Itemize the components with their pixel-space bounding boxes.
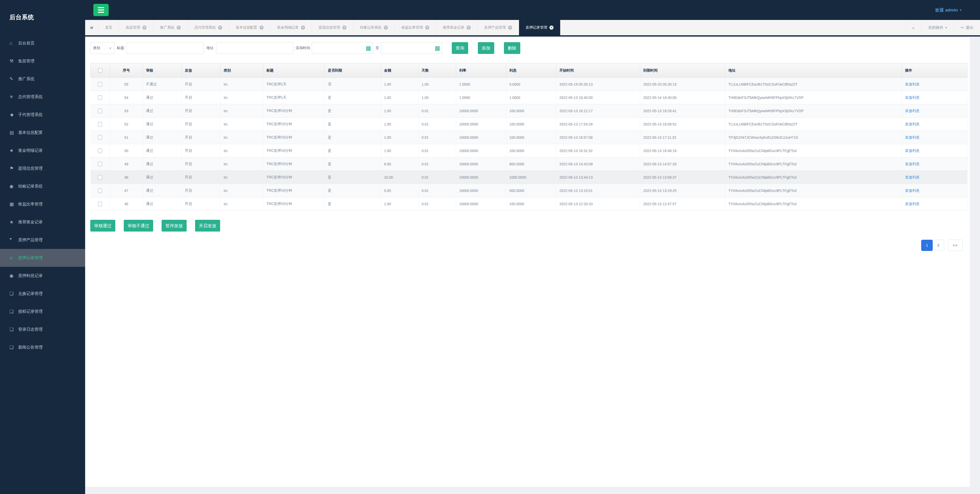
- tabs-scroll-left-button[interactable]: «: [85, 20, 99, 35]
- sidebar-item-12[interactable]: ∪质押记录管理: [0, 249, 85, 267]
- sidebar-item-17[interactable]: ❏新闻公告管理: [0, 338, 85, 356]
- grant-interest-link[interactable]: 发放利息: [905, 162, 920, 166]
- next-page-button[interactable]: >>: [948, 240, 963, 251]
- header-cell: 利率: [456, 64, 506, 78]
- title-filter-input[interactable]: [127, 42, 204, 54]
- row-checkbox[interactable]: [98, 202, 102, 206]
- cell: 46: [110, 197, 143, 211]
- row-checkbox[interactable]: [98, 175, 102, 179]
- sidebar-item-10[interactable]: ★推荐奖金记录: [0, 213, 85, 231]
- user-menu[interactable]: 欢迎 admin ▾: [935, 0, 962, 20]
- tab-10[interactable]: 质押产品管理✕: [477, 20, 519, 35]
- sidebar-item-13[interactable]: ◉质押利息记录: [0, 267, 85, 285]
- page-button-1[interactable]: 1: [921, 240, 933, 251]
- grant-interest-link[interactable]: 发放利息: [905, 122, 920, 126]
- add-button[interactable]: 添加: [478, 42, 494, 54]
- calendar-icon[interactable]: ▦: [434, 45, 440, 51]
- row-checkbox[interactable]: [98, 95, 102, 100]
- tab-9[interactable]: 推荐奖金记录✕: [436, 20, 477, 35]
- grant-interest-link[interactable]: 发放利息: [905, 135, 920, 139]
- row-checkbox[interactable]: [98, 109, 102, 113]
- logout-button[interactable]: ↪ 退出: [953, 20, 980, 35]
- sidebar-item-label: 子代管理系统: [18, 112, 43, 118]
- calendar-icon[interactable]: ▦: [366, 45, 371, 51]
- cell: TRC质押15分钟: [263, 118, 325, 131]
- sidebar-item-3[interactable]: ✳总代管理系统: [0, 88, 85, 106]
- grant-interest-link[interactable]: 发放利息: [905, 188, 920, 192]
- sidebar-item-4[interactable]: ☻子代管理系统: [0, 106, 85, 124]
- grant-interest-link[interactable]: 发放利息: [905, 148, 920, 152]
- tab-1[interactable]: 鱼苗管理✕: [119, 20, 153, 35]
- tab-11[interactable]: 质押记录管理✕: [519, 20, 560, 35]
- close-icon[interactable]: ✕: [467, 25, 471, 30]
- grant-interest-link[interactable]: 发放利息: [905, 109, 920, 113]
- close-icon[interactable]: ✕: [218, 25, 222, 30]
- pause-grant-button[interactable]: 暂停发放: [162, 220, 187, 232]
- address-filter-input[interactable]: [216, 42, 293, 54]
- page-button-2[interactable]: 2: [933, 240, 944, 251]
- cell: 0.01: [418, 118, 456, 131]
- tab-0[interactable]: 首页: [99, 20, 119, 35]
- sidebar-item-11[interactable]: ❞质押产品管理: [0, 231, 85, 249]
- start-grant-button[interactable]: 开启发放: [195, 220, 220, 232]
- sidebar-item-8[interactable]: ◉转账记录系统: [0, 177, 85, 195]
- tab-6[interactable]: 提现信息管理✕: [312, 20, 353, 35]
- reject-button[interactable]: 审核不通过: [124, 220, 153, 232]
- book-icon: ❏: [10, 327, 18, 332]
- tab-8[interactable]: 收益比率管理✕: [395, 20, 436, 35]
- header-cell: 开始时间: [556, 64, 640, 78]
- row-checkbox[interactable]: [98, 82, 102, 87]
- tab-7[interactable]: 转账记录系统✕: [353, 20, 395, 35]
- sidebar-item-14[interactable]: ❏兑换记录管理: [0, 285, 85, 303]
- sidebar-item-7[interactable]: ⚑提现信息管理: [0, 159, 85, 177]
- sidebar-item-2[interactable]: ✎推广系统: [0, 70, 85, 88]
- sidebar-item-9[interactable]: ▦收益比率管理: [0, 195, 85, 213]
- tab-4[interactable]: 基本信息配置✕: [229, 20, 270, 35]
- delete-button[interactable]: 删除: [504, 42, 520, 54]
- tab-5[interactable]: 奖金明细记录✕: [270, 20, 312, 35]
- grant-interest-link[interactable]: 发放利息: [905, 202, 920, 206]
- grant-interest-link[interactable]: 发放利息: [905, 175, 920, 179]
- sidebar-item-16[interactable]: ❏登录日志管理: [0, 321, 85, 338]
- cell: trc: [221, 91, 263, 104]
- grant-interest-link[interactable]: 发放利息: [905, 82, 920, 86]
- sidebar-item-5[interactable]: ▤基本信息配置: [0, 124, 85, 141]
- approve-button[interactable]: 审核通过: [90, 220, 115, 232]
- category-select[interactable]: 类别 ∨: [90, 42, 114, 54]
- close-icon[interactable]: ✕: [259, 25, 264, 30]
- close-icon[interactable]: ✕: [384, 25, 388, 30]
- close-icon[interactable]: ✕: [142, 25, 146, 30]
- sidebar-item-6[interactable]: ★奖金明细记录: [0, 141, 85, 159]
- cell-checkbox: [91, 104, 110, 118]
- sidebar-item-15[interactable]: ❏授权记录管理: [0, 303, 85, 321]
- close-icon[interactable]: ✕: [549, 25, 554, 30]
- close-icon[interactable]: ✕: [301, 25, 305, 30]
- tab-3[interactable]: 总代管理系统✕: [188, 20, 229, 35]
- hamburger-menu-button[interactable]: [93, 4, 109, 16]
- cell: 1.00: [381, 144, 418, 157]
- cell: TRC质押15分钟: [263, 171, 325, 184]
- star-icon: ★: [10, 148, 18, 153]
- row-checkbox[interactable]: [98, 122, 102, 127]
- date-to-input[interactable]: [381, 42, 442, 54]
- grant-interest-link[interactable]: 发放利息: [905, 95, 920, 99]
- close-icon[interactable]: ✕: [425, 25, 429, 30]
- search-button[interactable]: 查询: [452, 42, 468, 54]
- select-all-checkbox[interactable]: [98, 68, 102, 73]
- tab-2[interactable]: 推广系统✕: [153, 20, 188, 35]
- users-icon: ☻: [10, 112, 18, 118]
- sidebar-item-0[interactable]: ⌂后台首页: [0, 34, 85, 52]
- close-icon[interactable]: ✕: [342, 25, 347, 30]
- close-icon[interactable]: ✕: [508, 25, 512, 30]
- topbar: 欢迎 admin ▾: [85, 0, 980, 20]
- date-from-input[interactable]: [312, 42, 373, 54]
- row-checkbox[interactable]: [98, 135, 102, 140]
- sidebar-item-1[interactable]: ⚒鱼苗管理: [0, 52, 85, 70]
- close-operations-dropdown[interactable]: 关闭操作 ▾: [921, 20, 953, 35]
- row-checkbox[interactable]: [98, 162, 102, 166]
- close-icon[interactable]: ✕: [177, 25, 181, 30]
- cell: 是: [325, 157, 381, 171]
- row-checkbox[interactable]: [98, 148, 102, 153]
- row-checkbox[interactable]: [98, 188, 102, 193]
- tabs-scroll-right-button[interactable]: »: [905, 20, 921, 35]
